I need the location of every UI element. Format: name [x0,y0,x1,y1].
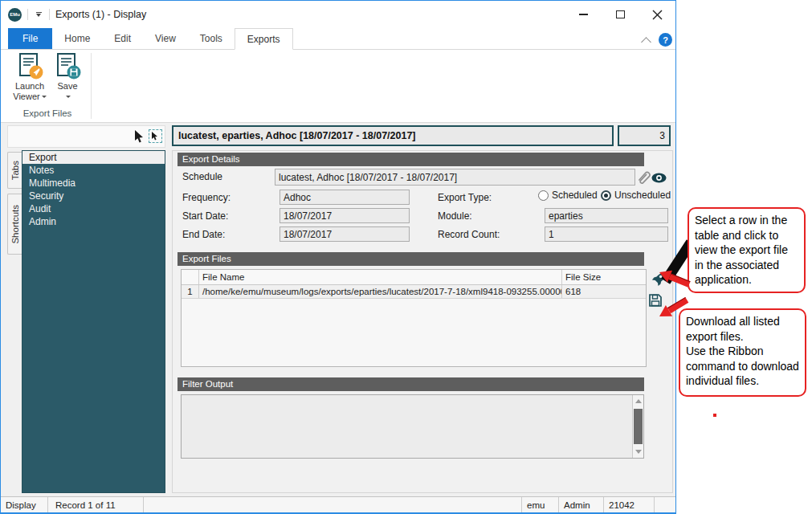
export-files-table: File Name File Size 1 /home/ke/emu/museu… [181,269,647,367]
stray-red-dot [713,414,716,417]
maximize-button[interactable] [602,1,639,28]
attachment-paperclip-icon[interactable] [636,169,651,186]
pointer-cursor-icon[interactable] [133,130,145,144]
sidebar-item-notes[interactable]: Notes [22,164,165,177]
tab-home[interactable]: Home [52,28,102,49]
minimize-button[interactable] [565,1,602,28]
ribbon-group-label: Export Files [9,108,86,118]
record-summary-bar: lucatest, eparties, Adhoc [18/07/2017 - … [172,125,614,146]
frequency-label: Frequency: [182,192,231,203]
maximize-icon [616,10,625,18]
end-date-label: End Date: [182,229,225,240]
tab-edit[interactable]: Edit [102,28,143,49]
module-field[interactable]: eparties [545,208,668,223]
tab-tools[interactable]: Tools [188,28,235,49]
window-controls [565,1,675,28]
rail-tab-shortcuts[interactable]: Shortcuts [7,194,22,255]
sidebar-item-audit[interactable]: Audit [22,202,165,215]
export-type-label: Export Type: [438,192,492,203]
record-content: lucatest, eparties, Adhoc [18/07/2017 - … [172,125,673,493]
titlebar-divider [49,9,50,20]
section-export-details: Export Details [177,153,644,166]
marquee-select-icon[interactable] [149,129,162,143]
radio-unscheduled-icon [601,190,611,201]
emu-logo-icon[interactable]: EMu [8,8,22,22]
record-count-box: 3 [618,125,671,146]
callout-view-export: Select a row in the table and click to v… [688,207,806,293]
help-icon[interactable]: ? [659,33,672,47]
callout-download-exports: Download all listed export files. Use th… [679,308,806,397]
start-date-field[interactable]: 18/07/2017 [280,208,410,223]
record-count-field[interactable]: 1 [545,226,668,242]
status-mode: Display [1,497,47,512]
ribbon-tab-row: File Home Edit View Tools Exports [1,28,675,50]
tab-view[interactable]: View [143,28,188,49]
radio-unscheduled[interactable]: Unscheduled [601,190,671,201]
download-save-icon[interactable] [648,293,663,308]
minimize-icon [579,14,588,14]
close-icon [652,10,663,20]
titlebar: EMu Exports (1) - Display [1,1,675,28]
close-button[interactable] [639,1,675,28]
frequency-field[interactable]: Adhoc [280,190,410,205]
status-user: Admin [559,497,603,512]
file-size-header[interactable]: File Size [562,270,646,284]
tab-file[interactable]: File [8,28,52,49]
ribbon: Launch Viewer Save Export Files [1,50,675,123]
save-button[interactable]: Save [51,52,84,108]
sidebar-item-export[interactable]: Export [22,151,165,164]
start-date-label: Start Date: [182,210,228,222]
filter-output-textarea[interactable] [181,394,644,459]
sidebar-item-security[interactable]: Security [22,190,165,202]
sidebar-tab-list: Export Notes Multimedia Security Audit A… [22,150,165,493]
rail-tab-tabs[interactable]: Tabs [7,152,22,189]
export-tab-panel: Export Details Schedule lucatest, Adhoc … [172,150,673,493]
dropdown-arrow-icon [66,96,71,98]
schedule-field[interactable]: lucatest, Adhoc [18/07/2017 - 18/07/2017… [275,169,635,186]
file-name-header[interactable]: File Name [199,270,562,284]
module-label: Module: [438,210,472,222]
titlebar-divider [27,9,28,20]
table-row[interactable]: 1 /home/ke/emu/museum/logs/exports/epart… [182,285,646,299]
window-title: Exports (1) - Display [55,9,146,20]
radio-scheduled-icon [538,190,549,201]
scroll-up-icon[interactable] [635,399,642,403]
section-export-files: Export Files [177,252,644,266]
app-window: EMu Exports (1) - Display File Home Edit… [0,0,676,514]
radio-scheduled[interactable]: Scheduled [538,190,598,201]
vertical-scrollbar[interactable] [632,395,643,458]
schedule-label: Schedule [182,171,222,182]
launch-viewer-icon [15,52,44,81]
table-header-row: File Name File Size [182,270,646,285]
ribbon-group-divider [91,53,92,119]
section-filter-output: Filter Output [177,377,644,391]
quick-access-dropdown-icon[interactable] [34,12,43,17]
save-icon [53,52,82,81]
status-record-position: Record 1 of 11 [48,497,143,512]
record-count-label: Record Count: [438,229,500,240]
status-server: emu [522,497,558,512]
view-eye-icon[interactable] [651,173,667,183]
sidebar-item-admin[interactable]: Admin [22,215,165,228]
scrollbar-thumb[interactable] [634,409,643,444]
dropdown-arrow-icon [42,96,47,98]
tab-exports[interactable]: Exports [235,28,293,50]
client-area: Tabs Shortcuts Export Notes Multimedia S… [1,123,675,497]
end-date-field[interactable]: 18/07/2017 [280,226,410,242]
status-port: 21042 [604,497,654,512]
scroll-down-icon[interactable] [635,450,642,454]
sidebar-item-multimedia[interactable]: Multimedia [22,177,165,190]
launch-viewer-button[interactable]: Launch Viewer [9,52,51,108]
statusbar: Display Record 1 of 11 emu Admin 21042 [1,496,675,512]
row-number-header [182,270,199,284]
record-toolbar [7,125,165,148]
